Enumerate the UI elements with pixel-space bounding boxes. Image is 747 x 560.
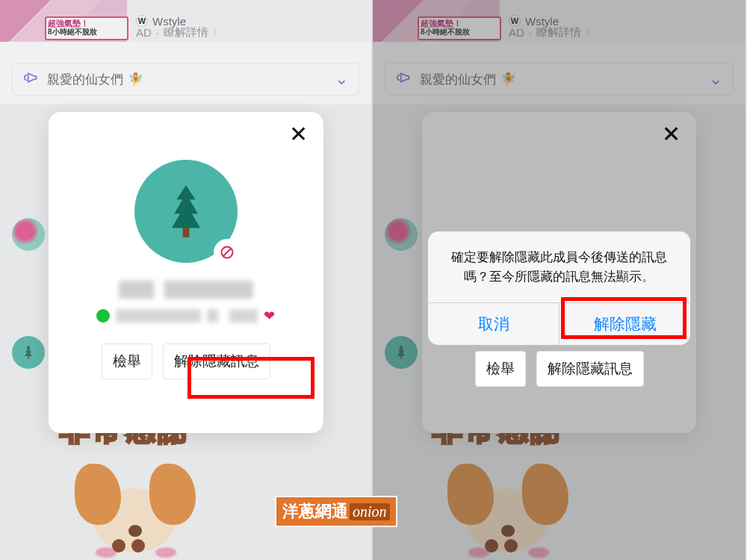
screenshot-right: 超強氣墊！ 8小時絕不脫妝 W Wstyle AD· 瞭解詳情 〉 親愛的仙女們… [373, 0, 746, 560]
profile-name-blurred [119, 281, 253, 299]
profile-modal-backdrop[interactable]: ✕ ❤ 檢舉 解除隱藏訊息 [0, 0, 371, 560]
watermark-badge: 洋蔥網通 onion [275, 496, 397, 527]
report-button[interactable]: 檢舉 [102, 343, 152, 379]
blocked-badge-icon [215, 240, 239, 264]
status-dot-icon [96, 309, 110, 323]
screenshot-left: 超強氣墊！ 8小時絕不脫妝 W Wstyle AD· 瞭解詳情 〉 親愛的仙女們… [0, 0, 373, 560]
close-icon[interactable]: ✕ [289, 125, 309, 145]
confirm-unhide-button[interactable]: 解除隱藏 [559, 303, 690, 345]
report-button[interactable]: 檢舉 [475, 351, 526, 387]
confirm-dialog: 確定要解除隱藏此成員今後傳送的訊息嗎？至今所隱藏的訊息無法顯示。 取消 解除隱藏 [428, 231, 690, 345]
profile-modal: ✕ ❤ 檢舉 解除隱藏訊息 [49, 112, 323, 433]
watermark-en: onion [350, 503, 390, 520]
watermark-zh: 洋蔥網通 [282, 500, 348, 523]
close-icon[interactable]: ✕ [662, 125, 681, 145]
cancel-button[interactable]: 取消 [428, 303, 559, 345]
unhide-messages-button[interactable]: 解除隱藏訊息 [536, 351, 644, 387]
unhide-messages-button[interactable]: 解除隱藏訊息 [163, 343, 270, 379]
profile-avatar[interactable] [134, 160, 238, 263]
heart-icon: ❤ [264, 308, 275, 324]
svg-rect-1 [182, 228, 189, 237]
confirm-message: 確定要解除隱藏此成員今後傳送的訊息嗎？至今所隱藏的訊息無法顯示。 [428, 231, 690, 302]
svg-line-3 [223, 249, 231, 256]
profile-status-blurred [116, 309, 258, 323]
